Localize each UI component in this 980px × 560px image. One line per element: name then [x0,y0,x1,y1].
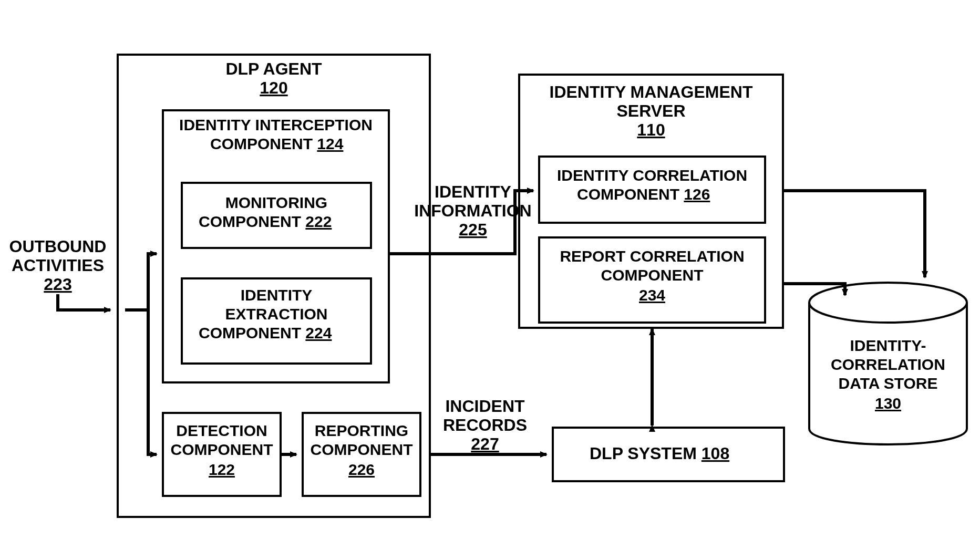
identity-interception-block: IDENTITY INTERCEPTION COMPONENT 124 MONI… [163,110,389,382]
extraction-ref: 224 [305,324,332,341]
arrow-ims-to-datastore-top [783,191,925,277]
ims-line1: IDENTITY MANAGEMENT [550,82,753,101]
datastore-line1: IDENTITY- [850,337,926,354]
icc-line2: COMPONENT [577,185,679,203]
ims-line2: SERVER [616,101,685,120]
identityinfo-ref: 225 [459,220,487,239]
svg-text:COMPONENT 126: COMPONENT 126 [577,185,710,203]
incident-ref: 227 [471,434,499,453]
extraction-line3: COMPONENT [199,324,301,341]
rcc-block: REPORT CORRELATION COMPONENT 234 [539,237,765,323]
monitoring-block: MONITORING COMPONENT 222 [182,183,371,248]
icc-block: IDENTITY CORRELATION COMPONENT 126 [539,157,765,223]
detection-block: DETECTION COMPONENT 122 [163,413,281,496]
reporting-ref: 226 [348,461,375,478]
ims-ref: 110 [637,120,665,139]
svg-text:COMPONENT 224: COMPONENT 224 [199,324,332,341]
dlp-agent-ref: 120 [260,78,287,97]
arrow-outbound-to-dlp [58,294,110,310]
iic-line1: IDENTITY INTERCEPTION [179,116,373,133]
svg-text:COMPONENT 124: COMPONENT 124 [210,135,344,152]
dlp-system-block: DLP SYSTEM 108 [553,428,784,481]
rcc-line1: REPORT CORRELATION [560,247,744,265]
detection-ref: 122 [209,461,235,478]
svg-text:COMPONENT 222: COMPONENT 222 [199,213,332,230]
incident-line2: RECORDS [443,416,527,434]
datastore-ref: 130 [875,395,901,412]
iic-ref: 124 [317,135,343,152]
monitoring-ref: 222 [305,213,332,230]
svg-point-15 [809,283,967,323]
diagram-canvas: OUTBOUND ACTIVITIES 223 DLP AGENT 120 ID… [0,0,980,560]
detection-line2: COMPONENT [171,441,273,458]
extraction-block: IDENTITY EXTRACTION COMPONENT 224 [182,278,371,364]
icc-ref: 126 [684,185,710,203]
dlp-system-ref: 108 [702,444,729,463]
outbound-activities-label: OUTBOUND ACTIVITIES 223 [9,237,107,294]
outbound-line1: OUTBOUND [9,237,107,256]
extraction-line1: IDENTITY [241,286,313,304]
monitoring-line1: MONITORING [225,194,327,211]
iic-line2: COMPONENT [210,135,313,152]
extraction-line2: EXTRACTION [225,305,328,323]
incident-records-label: INCIDENT RECORDS 227 [443,397,527,453]
monitoring-line2: COMPONENT [199,213,301,230]
reporting-line1: REPORTING [315,422,408,439]
icc-line1: IDENTITY CORRELATION [557,167,747,184]
datastore-line2: CORRELATION [831,356,945,373]
reporting-block: REPORTING COMPONENT 226 [303,413,420,496]
svg-text:DLP SYSTEM 108: DLP SYSTEM 108 [590,444,729,463]
outbound-ref: 223 [44,275,71,294]
outbound-line2: ACTIVITIES [12,256,104,275]
reporting-line2: COMPONENT [311,441,413,458]
ims-block: IDENTITY MANAGEMENT SERVER 110 IDENTITY … [519,75,783,328]
rcc-line2: COMPONENT [601,266,704,284]
identityinfo-line1: IDENTITY [435,182,511,201]
rcc-ref: 234 [639,286,665,304]
dlp-agent-label: DLP AGENT [225,59,322,78]
incident-line1: INCIDENT [445,397,525,416]
datastore-line3: DATA STORE [839,375,938,392]
datastore-block: IDENTITY- CORRELATION DATA STORE 130 [809,283,967,444]
dlp-system-label: DLP SYSTEM [590,444,697,463]
detection-line1: DETECTION [176,422,267,439]
